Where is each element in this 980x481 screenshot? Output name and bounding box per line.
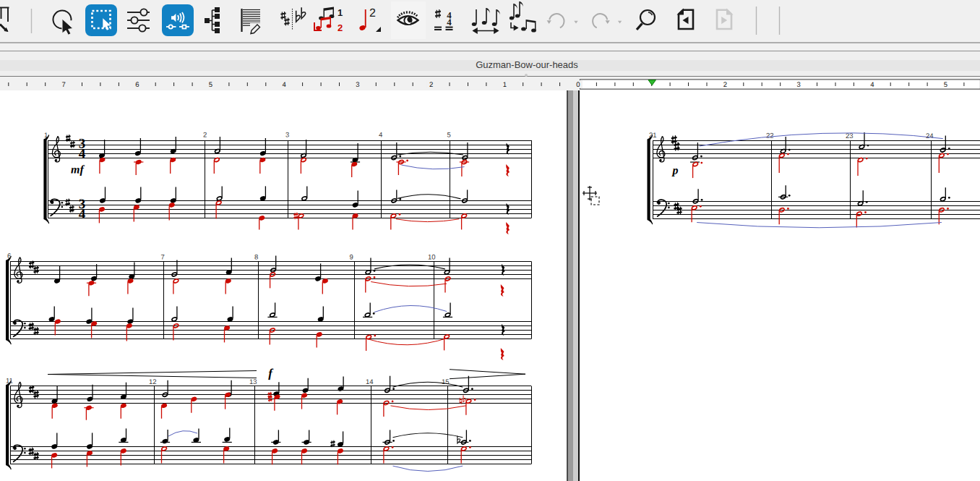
svg-text:8: 8 <box>254 253 258 261</box>
svg-text:15: 15 <box>442 378 450 386</box>
svg-text:14: 14 <box>366 378 374 386</box>
svg-text:3: 3 <box>796 80 800 88</box>
svg-text:3: 3 <box>285 131 289 139</box>
svg-text:4: 4 <box>870 80 874 88</box>
svg-text:4: 4 <box>379 131 382 139</box>
svg-text:13: 13 <box>249 378 257 386</box>
svg-text:4: 4 <box>79 145 86 161</box>
svg-text:2: 2 <box>429 80 433 88</box>
svg-text:10: 10 <box>428 253 436 261</box>
svg-text:1: 1 <box>338 7 343 18</box>
svg-text:5: 5 <box>944 80 947 88</box>
svg-text:7: 7 <box>61 80 65 88</box>
svg-text:p: p <box>671 163 678 176</box>
svg-text:11: 11 <box>6 377 13 385</box>
svg-text:f: f <box>268 366 274 380</box>
svg-text:3: 3 <box>356 80 359 88</box>
svg-text:mf: mf <box>71 163 85 176</box>
svg-text:5: 5 <box>447 131 450 139</box>
svg-text:2: 2 <box>338 22 343 33</box>
svg-text:9: 9 <box>349 253 353 261</box>
svg-text:0: 0 <box>576 80 580 88</box>
svg-text:5: 5 <box>209 80 212 88</box>
svg-text:4: 4 <box>447 17 452 27</box>
svg-text:2: 2 <box>369 7 376 19</box>
svg-text:1: 1 <box>44 131 48 139</box>
svg-text:22: 22 <box>766 132 774 140</box>
svg-text:7: 7 <box>160 253 164 261</box>
svg-text:12: 12 <box>149 378 157 386</box>
svg-text:21: 21 <box>649 131 657 139</box>
svg-text:6: 6 <box>7 252 11 260</box>
svg-text:24: 24 <box>926 132 934 140</box>
svg-text:2: 2 <box>203 131 207 139</box>
svg-text:6: 6 <box>135 80 139 88</box>
svg-text:4: 4 <box>283 80 286 88</box>
svg-text:2: 2 <box>723 80 727 88</box>
svg-text:4: 4 <box>79 206 86 221</box>
svg-text:1: 1 <box>503 80 507 88</box>
